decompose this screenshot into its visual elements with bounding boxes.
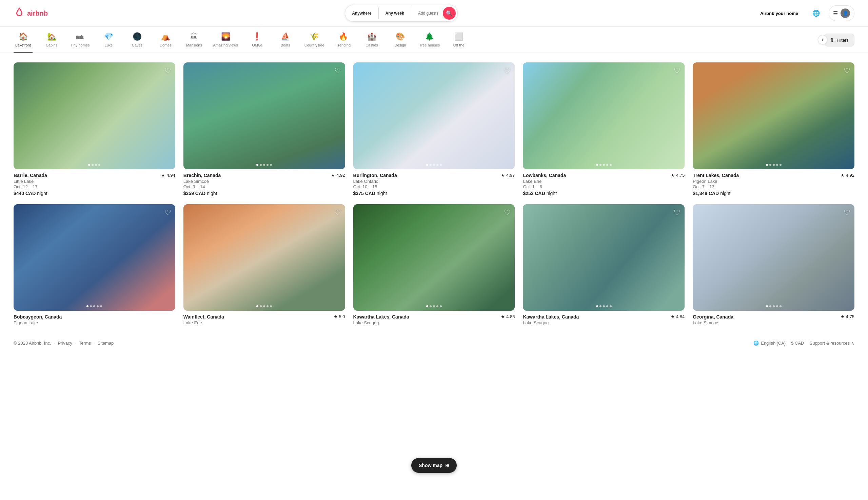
listing-sublocation: Pigeon Lake — [14, 320, 62, 325]
listing-card-kawartha1[interactable]: ♡ Kawartha Lakes, Canada Lake Scugog ★4.… — [353, 204, 515, 326]
rating-value: 4.75 — [676, 173, 685, 178]
listing-sublocation: Little Lake — [14, 179, 47, 184]
sitemap-link[interactable]: Sitemap — [98, 341, 114, 346]
dot-0 — [256, 164, 258, 166]
airbnb-home-button[interactable]: Airbnb your home — [755, 7, 803, 20]
rating-value: 4.92 — [846, 173, 854, 178]
category-icon-off-the: ⬜ — [454, 32, 463, 41]
category-item-omg[interactable]: ❗ OMG! — [247, 32, 266, 53]
listing-card-trent[interactable]: ♡ Trent Lakes, Canada Pigeon Lake Oct. 7… — [693, 62, 854, 196]
wishlist-button[interactable]: ♡ — [504, 208, 511, 217]
user-menu[interactable]: ☰ 👤 — [829, 5, 854, 21]
logo-text: airbnb — [27, 10, 48, 17]
wishlist-button[interactable]: ♡ — [844, 67, 850, 75]
listing-location: Wainfleet, Canada — [183, 314, 224, 319]
category-item-design[interactable]: 🎨 Design — [391, 32, 410, 53]
category-item-tree-houses[interactable]: 🌲 Tree houses — [419, 32, 440, 53]
category-item-countryside[interactable]: 🌾 Countryside — [304, 32, 324, 53]
category-item-lakefront[interactable]: 🏠 Lakefront — [14, 32, 33, 53]
category-item-tiny-homes[interactable]: 🏘 Tiny homes — [70, 32, 90, 53]
dot-1 — [600, 305, 602, 307]
listing-image: ♡ — [523, 62, 685, 169]
dot-1 — [260, 164, 262, 166]
star-icon: ★ — [671, 314, 675, 319]
listing-sublocation: Lake Ontario — [353, 179, 397, 184]
wishlist-button[interactable]: ♡ — [844, 208, 850, 217]
wishlist-button[interactable]: ♡ — [504, 67, 511, 75]
search-bar: Anywhere Any week Add guests 🔍 — [345, 5, 458, 22]
privacy-link[interactable]: Privacy — [58, 341, 72, 346]
listing-card-kawartha2[interactable]: ♡ Kawartha Lakes, Canada Lake Scugog ★4.… — [523, 204, 685, 326]
category-label-trending: Trending — [336, 43, 350, 47]
search-button[interactable]: 🔍 — [443, 7, 456, 20]
category-item-trending[interactable]: 🔥 Trending — [334, 32, 353, 53]
dot-4 — [440, 164, 442, 166]
listing-card-brechin[interactable]: ♡ Brechin, Canada Lake Simcoe Oct. 9 – 1… — [183, 62, 345, 196]
star-icon: ★ — [334, 314, 338, 319]
category-item-domes[interactable]: ⛺ Domes — [156, 32, 175, 53]
logo[interactable]: airbnb — [14, 7, 48, 20]
guests-search[interactable]: Add guests — [411, 8, 441, 19]
listing-card-wainfleet[interactable]: ♡ Wainfleet, Canada Lake Erie ★5.0 — [183, 204, 345, 326]
nav-next-arrow[interactable]: › — [818, 35, 827, 44]
wishlist-button[interactable]: ♡ — [334, 208, 341, 217]
wishlist-button[interactable]: ♡ — [334, 67, 341, 75]
price-unit: night — [207, 191, 217, 196]
category-item-boats[interactable]: ⛵ Boats — [276, 32, 295, 53]
category-item-off-the[interactable]: ⬜ Off the — [449, 32, 468, 53]
category-label-tiny-homes: Tiny homes — [70, 43, 90, 47]
star-icon: ★ — [841, 314, 845, 319]
listing-price: $440 CAD night — [14, 191, 47, 196]
listing-card-barrie[interactable]: ♡ Barrie, Canada Little Lake Oct. 12 – 1… — [14, 62, 175, 196]
support-link[interactable]: Support & resources ∧ — [809, 341, 854, 346]
listing-price: $1,348 CAD night — [693, 191, 739, 196]
category-item-caves[interactable]: 🌑 Caves — [127, 32, 147, 53]
listing-card-georgina[interactable]: ♡ Georgina, Canada Lake Simcoe ★4.75 — [693, 204, 854, 326]
language-selector[interactable]: 🌐 English (CA) — [753, 341, 786, 346]
location-search[interactable]: Anywhere — [345, 8, 378, 19]
listing-card-burlington[interactable]: ♡ Burlington, Canada Lake Ontario Oct. 1… — [353, 62, 515, 196]
dot-0 — [596, 164, 598, 166]
listing-sublocation: Pigeon Lake — [693, 179, 739, 184]
listing-photo — [693, 204, 854, 311]
wishlist-button[interactable]: ♡ — [674, 67, 681, 75]
wishlist-button[interactable]: ♡ — [674, 208, 681, 217]
language-button[interactable]: 🌐 — [809, 6, 823, 20]
category-label-castles: Castles — [366, 43, 378, 47]
listing-sublocation: Lake Scugog — [523, 320, 579, 325]
listing-photo — [14, 62, 175, 169]
currency-selector[interactable]: $ CAD — [791, 341, 804, 346]
footer-left: © 2023 Airbnb, Inc. · Privacy · Terms · … — [14, 341, 114, 346]
terms-link[interactable]: Terms — [79, 341, 91, 346]
listing-location: Brechin, Canada — [183, 173, 221, 178]
header: airbnb Anywhere Any week Add guests 🔍 Ai… — [0, 0, 868, 27]
category-label-cabins: Cabins — [46, 43, 57, 47]
wishlist-button[interactable]: ♡ — [164, 208, 171, 217]
wishlist-button[interactable]: ♡ — [164, 67, 171, 75]
listing-location: Bobcaygeon, Canada — [14, 314, 62, 319]
dot-2 — [95, 164, 97, 166]
dot-0 — [256, 305, 258, 307]
dot-1 — [260, 305, 262, 307]
dot-0 — [766, 164, 768, 166]
category-item-luxe[interactable]: 💎 Luxe — [99, 32, 118, 53]
category-icon-trending: 🔥 — [339, 32, 348, 41]
dot-4 — [610, 305, 612, 307]
listing-rating: ★4.86 — [501, 314, 515, 319]
dot-2 — [773, 164, 775, 166]
listing-photo — [183, 204, 345, 311]
dot-3 — [98, 164, 100, 166]
filters-button[interactable]: ⇅ Filters — [824, 34, 854, 46]
listing-card-bobcaygeon[interactable]: ♡ Bobcaygeon, Canada Pigeon Lake — [14, 204, 175, 326]
category-label-domes: Domes — [160, 43, 172, 47]
listing-card-lowbanks[interactable]: ♡ Lowbanks, Canada Lake Erie Oct. 1 – 6 … — [523, 62, 685, 196]
category-item-amazing-views[interactable]: 🌄 Amazing views — [213, 32, 238, 53]
listing-sublocation: Lake Erie — [183, 320, 224, 325]
dot-2 — [263, 164, 265, 166]
category-item-cabins[interactable]: 🏡 Cabins — [42, 32, 61, 53]
category-item-mansions[interactable]: 🏛 Mansions — [184, 32, 204, 53]
category-item-castles[interactable]: 🏰 Castles — [362, 32, 381, 53]
date-search[interactable]: Any week — [379, 8, 411, 19]
dot-1 — [90, 305, 92, 307]
category-icon-domes: ⛺ — [161, 32, 170, 41]
